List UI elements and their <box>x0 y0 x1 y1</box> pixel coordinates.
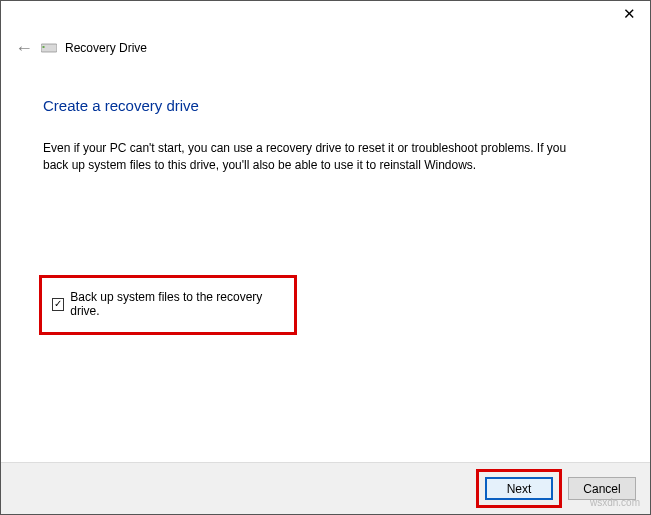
backup-checkbox-area: ✓ Back up system files to the recovery d… <box>39 275 297 335</box>
next-button-highlight: Next <box>476 469 562 508</box>
footer: Next Cancel <box>1 462 650 514</box>
next-button[interactable]: Next <box>485 477 553 500</box>
back-arrow-icon: ← <box>15 39 33 57</box>
checkbox-icon: ✓ <box>52 298 64 311</box>
page-description: Even if your PC can't start, you can use… <box>43 140 583 175</box>
watermark: wsxdn.com <box>590 497 640 508</box>
backup-checkbox-label: Back up system files to the recovery dri… <box>70 290 280 318</box>
window-title: Recovery Drive <box>65 41 147 55</box>
backup-checkbox[interactable]: ✓ Back up system files to the recovery d… <box>52 290 280 318</box>
drive-icon <box>41 42 57 54</box>
page-heading: Create a recovery drive <box>43 97 608 114</box>
svg-rect-1 <box>43 46 45 48</box>
close-icon[interactable]: ✕ <box>623 5 636 23</box>
